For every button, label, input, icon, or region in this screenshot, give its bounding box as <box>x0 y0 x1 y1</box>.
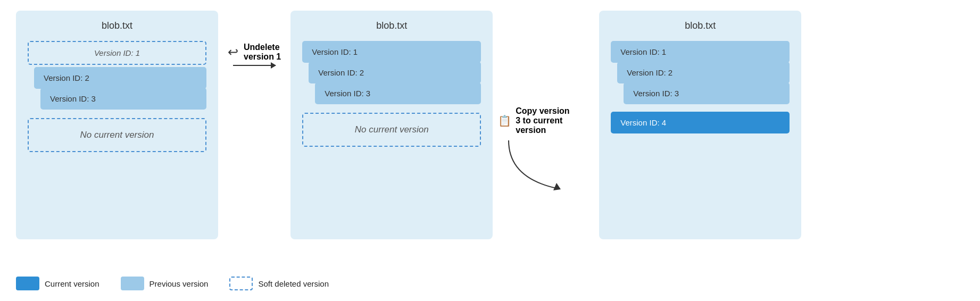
versions-stack-3: Version ID: 1 Version ID: 2 Version ID: … <box>611 41 790 130</box>
no-current-box-2: No current version <box>302 113 481 147</box>
versions-stack-1: Version ID: 1 Version ID: 2 Version ID: … <box>28 41 206 106</box>
blob-box-2: blob.txt Version ID: 1 Version ID: 2 Ver… <box>290 11 493 239</box>
connector-2-label-1: Copy version <box>516 106 569 116</box>
svg-marker-0 <box>553 183 561 190</box>
legend-label-soft-deleted: Soft deleted version <box>258 279 329 288</box>
version-card-2-v2: Version ID: 2 <box>309 62 481 83</box>
main-container: blob.txt Version ID: 1 Version ID: 2 Ver… <box>0 0 980 301</box>
connector-1: ↩ Undelete version 1 <box>218 11 290 66</box>
legend-item-current: Current version <box>16 277 99 290</box>
connector-1-label-line1: Undelete <box>244 43 280 52</box>
copy-icon: 📋 <box>498 114 511 127</box>
version-card-2-v1: Version ID: 1 <box>302 41 481 63</box>
connector-1-label-line2: version 1 <box>244 52 281 62</box>
versions-stack-2: Version ID: 1 Version ID: 2 Version ID: … <box>302 41 481 101</box>
legend-label-current: Current version <box>45 279 99 288</box>
legend-swatch-current <box>16 277 39 290</box>
undo-icon: ↩ <box>228 46 238 58</box>
blob-box-3: blob.txt Version ID: 1 Version ID: 2 Ver… <box>599 11 801 239</box>
version-card-3-v3: Version ID: 3 <box>624 82 790 104</box>
legend-label-previous: Previous version <box>150 279 209 288</box>
connector-1-arrow: ↩ Undelete version 1 <box>228 43 281 62</box>
version-card-1-v2: Version ID: 2 <box>34 67 206 89</box>
blob-box-1: blob.txt Version ID: 1 Version ID: 2 Ver… <box>16 11 218 239</box>
connector-2-label-3: version <box>516 126 569 135</box>
version-card-1-v3: Version ID: 3 <box>40 88 206 110</box>
no-current-box-1: No current version <box>28 118 206 152</box>
connector-2: 📋 Copy version 3 to current version <box>493 11 599 199</box>
version-card-3-v2: Version ID: 2 <box>617 62 790 83</box>
blob-title-3: blob.txt <box>685 20 716 31</box>
curved-arrow-svg <box>503 135 572 199</box>
legend: Current version Previous version Soft de… <box>16 272 964 290</box>
legend-swatch-previous <box>121 277 144 290</box>
blob-title-1: blob.txt <box>102 20 132 31</box>
connector-1-line <box>233 65 276 66</box>
connector-2-label-2: 3 to current <box>516 116 569 126</box>
legend-item-previous: Previous version <box>121 277 209 290</box>
blob-title-2: blob.txt <box>376 20 407 31</box>
legend-swatch-soft-deleted <box>229 277 253 290</box>
version-card-3-v1: Version ID: 1 <box>611 41 790 63</box>
diagrams-row: blob.txt Version ID: 1 Version ID: 2 Ver… <box>16 11 964 263</box>
version-card-2-v3: Version ID: 3 <box>315 82 481 104</box>
legend-item-soft-deleted: Soft deleted version <box>229 277 329 290</box>
version-card-3-v4: Version ID: 4 <box>611 112 790 133</box>
version-card-1-v1: Version ID: 1 <box>28 41 206 65</box>
